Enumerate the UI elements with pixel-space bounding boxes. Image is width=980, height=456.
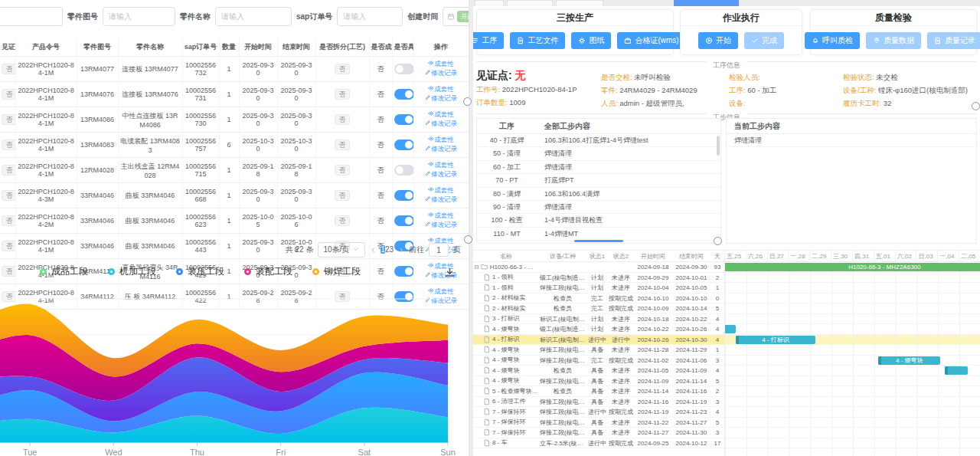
download-icon[interactable] xyxy=(444,267,456,281)
gantt-task-row[interactable]: 4 - 煨弯块焊接工段(核电制造部)具备未进序2024-11-282024-11… xyxy=(473,345,724,356)
resize-handle[interactable] xyxy=(972,102,980,110)
ready-toggle[interactable] xyxy=(394,165,414,176)
gantt-task-row[interactable]: 4 - 煨弯块检查员具备未进序2024-11-052024-11-094 xyxy=(473,366,724,376)
ready-toggle[interactable] xyxy=(394,89,414,100)
legend-item[interactable]: 装压工段 xyxy=(176,265,224,278)
sap-order-input[interactable] xyxy=(337,7,403,26)
legend-item[interactable]: 成品工段 xyxy=(40,265,88,278)
table-row[interactable]: 否2022HPCH1020-84-1M13RM4077连接板 13RM40771… xyxy=(0,57,469,82)
modify-record-link[interactable]: 修改记录 xyxy=(425,145,457,153)
gantt-task-row[interactable]: 2 - 材料核实检查员完工按期完成2024-10-092024-10-145 xyxy=(473,303,724,314)
step-row[interactable]: 90 - 清理焊缝清理 xyxy=(477,201,720,214)
modify-record-link[interactable]: 修改记录 xyxy=(425,94,457,102)
ready-toggle[interactable] xyxy=(394,64,414,74)
质量数据-button[interactable]: 质量数据 xyxy=(866,32,921,49)
gantt-task-row[interactable]: 7 - 焊保持环焊接工段(核电制造部)具备未进序2024-11-222024-1… xyxy=(473,418,724,428)
timeline-row[interactable] xyxy=(725,448,980,456)
gantt-task-row[interactable]: 7 - 焊保持环焊接工段(核电制造部)具备未进序2024-11-272024-1… xyxy=(473,428,724,438)
gantt-task-row[interactable]: 4 - 煨弯块焊接工段(核电制造部)具备未进序2024-11-092024-11… xyxy=(473,376,724,387)
工艺文件-button[interactable]: 工艺文件 xyxy=(510,32,565,49)
table-row[interactable]: 否2022HPCH1020-84-3M33RM4046曲板 33RM404610… xyxy=(0,183,469,208)
timeline-row[interactable] xyxy=(725,407,980,418)
timeline-row[interactable] xyxy=(725,314,980,325)
table-row[interactable]: 否2022HPCH1020-84-1M13RM4083电缆装配 13RM4083… xyxy=(0,133,469,158)
legend-item[interactable]: 铆焊工段 xyxy=(312,265,361,278)
gantt-task-row[interactable]: 4 - 煨弯块焊接工段(核电制造部)完工按期完成2024-11-022024-1… xyxy=(473,356,724,366)
gantt-bar[interactable]: H1020-66-3 - MHZ2A6300 xyxy=(724,263,980,271)
完成-button[interactable]: 完成 xyxy=(744,32,784,49)
stacked-area-chart[interactable]: TueWedThuFriSatSun xyxy=(0,282,469,456)
gantt-task-row[interactable]: 2 - 材料核实检查员完工按期完成2024-10-102024-10-100 xyxy=(473,294,724,304)
steps-horizontal-scrollbar[interactable] xyxy=(574,240,623,242)
gantt-task-row[interactable]: 4 - 打标识标识工(核电制造部)进行中进行中2024-10-262024-10… xyxy=(473,335,724,346)
set-detail-link[interactable]: 成套性 xyxy=(428,85,454,93)
gantt-bar[interactable] xyxy=(724,325,736,333)
timeline-row[interactable] xyxy=(725,273,980,284)
gantt-bar[interactable]: 4 - 打标识 xyxy=(736,336,815,344)
set-detail-link[interactable]: 成套性 xyxy=(428,161,454,169)
gantt-task-row[interactable]: 5 - 检查煨弯块外径检查员具备未进序2024-11-142024-11-162 xyxy=(473,386,724,397)
工序-button[interactable]: 工序 xyxy=(473,32,504,49)
step-row[interactable]: 60 - 加工焊缝清理 xyxy=(477,161,720,174)
gantt-task-row[interactable]: 6 - 清理工件焊接工段(核电制造部)具备未进序2024-11-162024-1… xyxy=(473,397,724,408)
timeline-row[interactable]: H1020-66-3 - MHZ2A6300 xyxy=(725,262,980,273)
set-detail-link[interactable]: 成套性 xyxy=(428,212,454,219)
呼叫质检-button[interactable]: 呼叫质检 xyxy=(805,32,860,49)
set-detail-link[interactable]: 成套性 xyxy=(428,186,454,194)
gantt-task-row[interactable]: 7 - 焊保持环焊接工段(核电制造部)进行中按期完成2024-11-192024… xyxy=(473,407,724,418)
resize-handle[interactable] xyxy=(463,97,472,106)
table-row[interactable]: 否2022HPCH1020-84-1M13RM4086中性点连接板 13RM40… xyxy=(0,107,469,133)
gantt-task-row[interactable]: 1 - 领料锻工(核电制造部)计划未进序2024-09-292024-10-01… xyxy=(473,273,724,284)
resize-handle[interactable] xyxy=(464,235,472,244)
gantt-task-row[interactable]: 8 - 车立车-2.5米(核电制造部)进行中按期完成2024-09-252024… xyxy=(473,438,724,449)
goto-page-input[interactable] xyxy=(429,243,449,257)
page-size-select[interactable]: 10条/页 xyxy=(318,242,365,258)
prev-page-button[interactable]: ‹ xyxy=(370,244,376,255)
modify-record-link[interactable]: 修改记录 xyxy=(425,221,457,228)
timeline-row[interactable] xyxy=(725,397,980,408)
modify-record-link[interactable]: 修改记录 xyxy=(425,195,457,203)
gantt-task-row[interactable]: ⊟H1020-66-3 - MHZ2A63002024-09-182024-09… xyxy=(473,262,724,273)
ready-toggle[interactable] xyxy=(394,190,414,201)
steps-vertical-scrollbar[interactable] xyxy=(717,136,720,156)
tab-1[interactable] xyxy=(475,0,504,6)
gantt-task-row[interactable]: 4 - 煨弯块锻工(核电制造部)计划未进序2024-10-222024-10-2… xyxy=(473,324,724,335)
step-row[interactable]: 40 - 打底焊106.3和106.4打底焊1-4号焊缝test xyxy=(477,134,720,147)
timeline-row[interactable] xyxy=(725,386,980,397)
set-detail-link[interactable]: 成套性 xyxy=(428,110,454,118)
modify-record-link[interactable]: 修改记录 xyxy=(425,170,457,178)
legend-item[interactable]: 装配工段 xyxy=(244,265,292,278)
timeline-row[interactable] xyxy=(725,324,980,335)
page-number-3[interactable]: 3 xyxy=(389,245,394,254)
modify-record-link[interactable]: 修改记录 xyxy=(425,69,457,77)
tab-active[interactable] xyxy=(674,0,739,6)
filter-input-cut[interactable] xyxy=(0,7,63,26)
timeline-row[interactable] xyxy=(725,345,980,356)
collapse-icon[interactable]: ⊟ xyxy=(474,262,479,272)
ready-toggle[interactable] xyxy=(394,114,414,125)
timeline-row[interactable] xyxy=(725,303,980,314)
step-row[interactable]: 70 - PT打底焊PT xyxy=(477,174,720,187)
step-row[interactable]: 80 - 满焊106.3和106.4满焊 xyxy=(477,188,720,201)
table-row[interactable]: 否2022HPCH1020-84-1M12RM4028主出线盒盖 12RM402… xyxy=(0,158,469,183)
set-detail-link[interactable]: 成套性 xyxy=(428,60,454,67)
modify-record-link[interactable]: 修改记录 xyxy=(425,120,457,127)
gantt-task-row[interactable]: 1 - 领料焊接工段(核电制造部)计划未进序2024-10-042024-10-… xyxy=(473,283,724,294)
timeline-row[interactable] xyxy=(725,283,980,294)
timeline-row[interactable] xyxy=(725,376,980,387)
step-row[interactable]: 50 - 清理焊缝清理 xyxy=(477,147,720,160)
legend-item[interactable]: 机加工段 xyxy=(108,265,156,278)
table-row[interactable]: 否2022HPCH1020-84-2M33RM4046曲板 33RM404610… xyxy=(0,208,469,234)
next-page-button[interactable]: › xyxy=(398,244,404,255)
timeline-row[interactable]: 4 - 打标识 xyxy=(725,335,980,346)
gantt-bar[interactable]: 4 - 煨弯块 xyxy=(878,356,940,365)
合格证(wms)-button[interactable]: 合格证(wms) xyxy=(617,32,685,49)
timeline-row[interactable] xyxy=(725,366,980,376)
timeline-row[interactable] xyxy=(725,428,980,438)
resize-handle[interactable] xyxy=(714,237,722,245)
gantt-task-row[interactable]: 3 - 打标识标识工(核电制造部)计划未进序2024-10-182024-10-… xyxy=(473,314,724,325)
table-row[interactable]: 否2022HPCH1020-84-1M13RM4076连接板 13RM40761… xyxy=(0,82,469,107)
step-row[interactable]: 110 - MT1-4焊缝MT xyxy=(477,228,720,241)
开始-button[interactable]: 开始 xyxy=(698,32,738,49)
ready-toggle[interactable] xyxy=(394,215,414,226)
